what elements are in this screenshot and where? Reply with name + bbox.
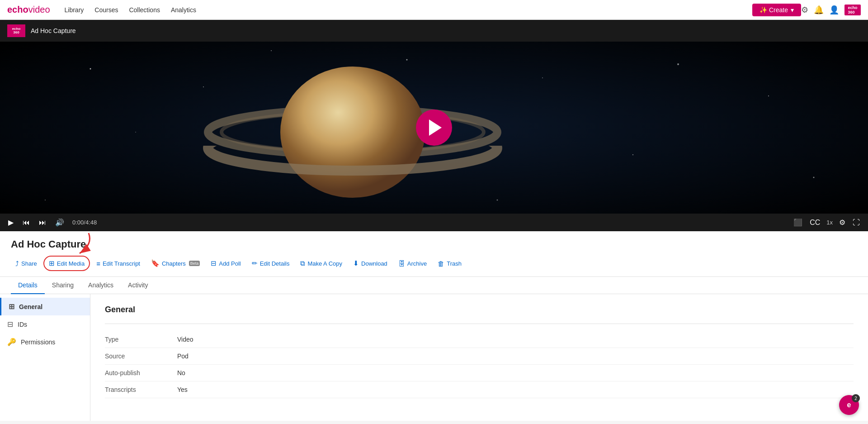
edit-transcript-button[interactable]: ≡ Edit Transcript [92,257,145,270]
add-poll-icon: ⊟ [211,259,217,267]
type-label: Type [105,336,177,343]
transcripts-label: Transcripts [105,386,177,393]
general-section-title: General [105,305,854,314]
play-button[interactable] [416,110,452,146]
svg-point-9 [271,50,272,51]
edit-media-label: Edit Media [57,260,85,267]
action-bar: ⤴ Share ⊞ Edit Media ≡ Edit Transcript [0,256,868,277]
sidebar-permissions-label: Permissions [21,338,55,346]
tab-details[interactable]: Details [11,277,45,294]
sidebar-item-permissions[interactable]: 🔑 Permissions [0,333,90,351]
settings-video-icon[interactable]: ⚙ [838,217,846,228]
beta-badge: Beta [189,261,200,266]
autopublish-value: No [177,369,185,376]
video-header-title: Ad Hoc Capture [31,27,76,34]
svg-point-14 [280,67,425,198]
edit-details-icon: ✏ [252,259,258,267]
cc-icon[interactable]: CC [809,218,821,228]
type-value: Video [177,336,193,343]
edit-media-button[interactable]: ⊞ Edit Media [43,256,90,271]
transcripts-value: Yes [177,386,188,393]
edit-media-wrapper: ⊞ Edit Media [43,256,90,271]
trash-button[interactable]: 🗑 Trash [433,257,466,270]
tab-sharing[interactable]: Sharing [45,277,81,294]
svg-point-11 [632,154,633,155]
svg-point-8 [45,200,46,200]
chapters-button[interactable]: 🔖 Chapters Beta [146,257,204,270]
detail-content: General Type Video Source Pod Auto-publi… [90,294,868,421]
nav-analytics[interactable]: Analytics [171,6,196,14]
edit-details-button[interactable]: ✏ Edit Details [247,257,294,270]
nav-collections[interactable]: Collections [129,6,160,14]
add-poll-button[interactable]: ⊟ Add Poll [206,257,245,270]
chat-badge: 2 [852,394,860,402]
video-header: echo 360 Ad Hoc Capture [0,20,868,42]
download-icon: ⬇ [353,259,359,267]
edit-transcript-icon: ≡ [96,260,100,267]
video-header-logo: echo 360 [7,24,25,37]
speed-badge[interactable]: 1x [826,219,833,226]
play-pause-button[interactable]: ▶ [7,217,14,228]
main-layout: ⊞ General ⊟ IDs 🔑 Permissions General Ty… [0,294,868,421]
make-copy-button[interactable]: ⧉ Make A Copy [296,257,347,270]
detail-row-source: Source Pod [105,348,854,365]
source-value: Pod [177,353,189,360]
detail-row-type: Type Video [105,331,854,348]
nav-links: Library Courses Collections Analytics [65,6,753,14]
chevron-down-icon: ▾ [791,6,794,14]
svg-point-1 [203,86,204,87]
edit-transcript-label: Edit Transcript [103,260,140,267]
screen-icon[interactable]: ⬛ [793,217,803,228]
nav-courses[interactable]: Courses [94,6,118,14]
tab-activity[interactable]: Activity [121,277,155,294]
svg-point-2 [406,59,408,61]
permissions-icon: 🔑 [7,338,16,346]
svg-point-6 [135,132,136,133]
archive-label: Archive [407,260,427,267]
chapters-label: Chapters [162,260,186,267]
sidebar: ⊞ General ⊟ IDs 🔑 Permissions [0,294,90,421]
chat-button[interactable]: e 2 [839,395,859,415]
chapters-icon: 🔖 [151,259,160,267]
echo360-logo: echo360 [844,5,861,15]
logo-echo: echo [7,5,28,15]
tab-analytics[interactable]: Analytics [81,277,121,294]
share-label: Share [21,260,37,267]
top-navigation: echovideo Library Courses Collections An… [0,0,868,20]
logo[interactable]: echovideo [7,5,50,15]
settings-icon[interactable]: ⚙ [801,5,808,15]
nav-library[interactable]: Library [65,6,84,14]
section-divider [105,324,854,324]
svg-rect-16 [0,146,868,214]
rewind-button[interactable]: ⏮ [22,218,31,228]
video-player[interactable] [0,42,868,214]
create-button[interactable]: ✨ Create ▾ [752,4,801,16]
time-display: 0:00/4:48 [72,219,97,226]
nav-right: ⚙ 🔔 👤 echo360 [801,5,861,15]
sidebar-general-label: General [19,303,42,310]
download-label: Download [361,260,387,267]
archive-icon: 🗄 [398,260,405,267]
download-button[interactable]: ⬇ Download [349,257,392,270]
share-button[interactable]: ⤴ Share [11,257,42,270]
svg-point-5 [768,95,769,96]
media-title: Ad Hoc Capture [11,238,857,250]
volume-button[interactable]: 🔊 [54,217,65,228]
svg-point-0 [90,68,91,70]
svg-point-3 [542,77,543,78]
sidebar-item-ids[interactable]: ⊟ IDs [0,315,90,333]
media-title-bar: Ad Hoc Capture [0,231,868,250]
general-icon: ⊞ [9,302,14,311]
notification-icon[interactable]: 🔔 [814,5,824,15]
archive-button[interactable]: 🗄 Archive [394,257,431,270]
fullscreen-icon[interactable]: ⛶ [852,218,861,228]
make-copy-icon: ⧉ [300,259,305,267]
sidebar-item-general[interactable]: ⊞ General [0,298,90,315]
forward-button[interactable]: ⏭ [38,218,47,228]
user-icon[interactable]: 👤 [829,5,839,15]
video-controls: ▶ ⏮ ⏭ 🔊 0:00/4:48 ⬛ CC 1x ⚙ ⛶ [0,214,868,231]
make-copy-label: Make A Copy [307,260,342,267]
share-icon: ⤴ [15,260,19,267]
svg-point-10 [497,200,498,201]
detail-row-transcripts: Transcripts Yes [105,381,854,398]
